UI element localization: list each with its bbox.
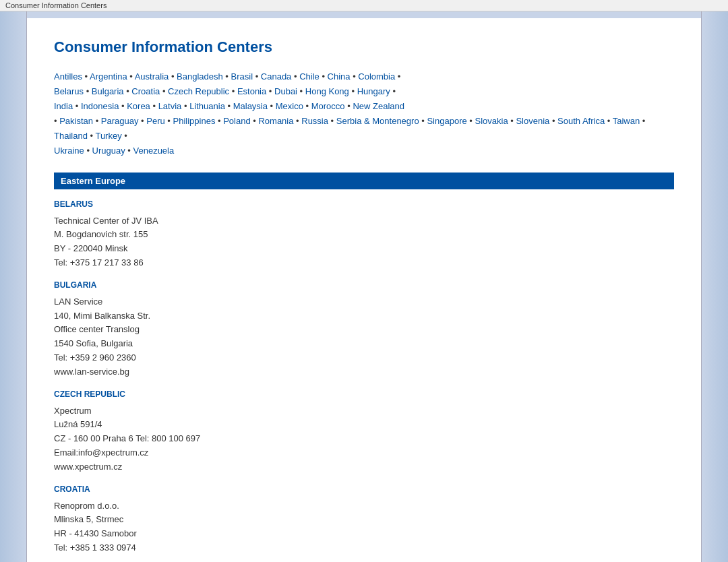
link-australia[interactable]: Australia — [135, 71, 169, 82]
link-slovakia[interactable]: Slovakia — [475, 116, 508, 126]
link-chile[interactable]: Chile — [299, 71, 320, 82]
link-romania[interactable]: Romania — [258, 116, 293, 126]
link-paraguay[interactable]: Paraguay — [101, 116, 139, 126]
link-croatia[interactable]: Croatia — [131, 86, 160, 96]
link-new-zealand[interactable]: New Zealand — [353, 101, 404, 111]
sidebar-right — [701, 11, 728, 562]
link-hong-kong[interactable]: Hong Kong — [305, 86, 349, 96]
link-mexico[interactable]: Mexico — [276, 101, 303, 111]
country-title-belarus: BELARUS — [54, 199, 674, 209]
link-venezuela[interactable]: Venezuela — [133, 146, 175, 156]
link-turkey[interactable]: Turkey — [95, 131, 121, 141]
title-bar-text: Consumer Information Centers — [5, 1, 107, 9]
link-peru[interactable]: Peru — [146, 116, 164, 126]
link-argentina[interactable]: Argentina — [90, 71, 127, 82]
country-info-czech-republic: Xpectrum Lužná 591/4 CZ - 160 00 Praha 6… — [54, 404, 674, 474]
link-hungary[interactable]: Hungary — [357, 86, 390, 96]
link-slovenia[interactable]: Slovenia — [516, 116, 549, 126]
link-uruguay[interactable]: Uruguay — [92, 146, 125, 156]
link-thailand[interactable]: Thailand — [54, 131, 88, 141]
countries-list: BELARUSTechnical Center of JV IBA M. Bog… — [54, 199, 674, 555]
country-title-croatia: CROATIA — [54, 485, 674, 494]
sidebar-left — [0, 11, 27, 562]
link-india[interactable]: India — [54, 101, 73, 111]
link-canada[interactable]: Canada — [261, 71, 292, 82]
country-info-croatia: Renoprom d.o.o. Mlinska 5, Strmec HR - 4… — [54, 499, 674, 555]
link-taiwan[interactable]: Taiwan — [613, 116, 640, 126]
link-korea[interactable]: Korea — [127, 101, 150, 111]
link-philippines[interactable]: Philippines — [173, 116, 216, 126]
link-belarus[interactable]: Belarus — [54, 86, 84, 96]
link-singapore[interactable]: Singapore — [427, 116, 466, 126]
link-dubai[interactable]: Dubai — [274, 86, 297, 96]
link-malaysia[interactable]: Malaysia — [233, 101, 268, 111]
page-title: Consumer Information Centers — [54, 38, 674, 56]
center-panel: Consumer Information Centers Antilles • … — [27, 18, 701, 562]
links-section: Antilles • Argentina • Australia • Bangl… — [54, 69, 674, 159]
link-lithuania[interactable]: Lithuania — [189, 101, 225, 111]
country-title-bulgaria: BULGARIA — [54, 280, 674, 290]
link-morocco[interactable]: Morocco — [311, 101, 345, 111]
main-layout: Consumer Information Centers Antilles • … — [0, 11, 728, 562]
country-info-bulgaria: LAN Service 140, Mimi Balkanska Str. Off… — [54, 295, 674, 379]
link-poland[interactable]: Poland — [223, 116, 250, 126]
link-china[interactable]: China — [328, 71, 351, 82]
section-header-eastern-europe: Eastern Europe — [54, 173, 674, 189]
link-bangladesh[interactable]: Bangladesh — [177, 71, 223, 82]
sep: • — [82, 71, 90, 82]
link-bulgaria[interactable]: Bulgaria — [92, 86, 124, 96]
country-title-czech-republic: CZECH REPUBLIC — [54, 389, 674, 399]
link-pakistan[interactable]: Pakistan — [59, 116, 93, 126]
link-brasil[interactable]: Brasil — [231, 71, 253, 82]
links-text: Antilles • Argentina • Australia • Bangl… — [54, 71, 645, 156]
country-info-belarus: Technical Center of JV IBA M. Bogdanovic… — [54, 214, 674, 270]
link-colombia[interactable]: Colombia — [358, 71, 395, 82]
link-czech-republic[interactable]: Czech Republic — [168, 86, 229, 96]
link-latvia[interactable]: Latvia — [158, 101, 182, 111]
link-south-africa[interactable]: South Africa — [557, 116, 605, 126]
link-indonesia[interactable]: Indonesia — [81, 101, 119, 111]
link-estonia[interactable]: Estonia — [237, 86, 266, 96]
link-ukraine[interactable]: Ukraine — [54, 146, 84, 156]
link-antilles[interactable]: Antilles — [54, 71, 82, 82]
link-serbia[interactable]: Serbia & Montenegro — [336, 116, 419, 126]
link-russia[interactable]: Russia — [301, 116, 328, 126]
title-bar: Consumer Information Centers — [0, 0, 728, 11]
